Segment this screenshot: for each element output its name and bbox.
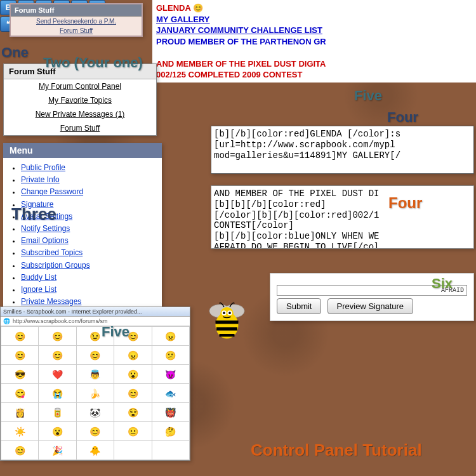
- smiley-cell[interactable]: 😋: [1, 384, 39, 403]
- smiley-cell[interactable]: 😐: [114, 422, 152, 441]
- smiley-cell[interactable]: 😊: [76, 422, 114, 441]
- my-gallery-link[interactable]: MY GALLERY: [156, 15, 210, 24]
- smiley-cell[interactable]: 🐥: [76, 441, 114, 460]
- smiley-cell[interactable]: 😈: [152, 365, 189, 384]
- smiley-cell[interactable]: 😉: [76, 327, 114, 346]
- menu-private-info[interactable]: Private Info: [21, 175, 60, 184]
- code-tail: AFRAID: [277, 285, 467, 296]
- svg-rect-4: [216, 327, 237, 331]
- menu-change-password[interactable]: Change Password: [21, 187, 83, 196]
- menu-buddy-list[interactable]: Buddy List: [21, 273, 56, 282]
- signature-code-box-2[interactable]: AND MEMBER OF THE PIXEL DUST DI [b][b][/…: [211, 185, 474, 249]
- smiley-cell[interactable]: 🍌: [76, 384, 114, 403]
- svg-point-7: [221, 310, 227, 315]
- menu-public-profile[interactable]: Public Profile: [21, 163, 65, 172]
- forum-stuff-link[interactable]: Forum Stuff: [11, 26, 142, 36]
- svg-point-0: [209, 305, 230, 318]
- submit-button[interactable]: Submit: [277, 298, 321, 314]
- svg-point-6: [220, 307, 234, 321]
- favorite-topics-link[interactable]: My Favorite Topics: [4, 93, 156, 107]
- forum-stuff-large-panel: Forum Stuff My Forum Control Panel My Fa…: [3, 63, 157, 136]
- page-title: Control Panel Tutorial: [251, 440, 422, 460]
- smiley-cell[interactable]: 🥫: [39, 403, 76, 422]
- svg-point-9: [227, 310, 232, 315]
- smiley-cell[interactable]: [114, 441, 152, 460]
- smiley-cell[interactable]: 👹: [152, 403, 189, 422]
- smiley-cell[interactable]: 😕: [152, 346, 189, 365]
- smiley-cell[interactable]: 😵: [114, 403, 152, 422]
- smilies-address-bar: 🌐 http://www.scrapbook.com/forums/sm: [1, 317, 190, 326]
- smilies-window: Smilies - Scrapbook.com - Internet Explo…: [0, 307, 190, 461]
- menu-ignore-list[interactable]: Ignore List: [21, 285, 56, 294]
- callout-four: Four: [387, 109, 418, 126]
- signature-code-box-1[interactable]: [b][/b][color:red]GLENDA [/color]:s [url…: [211, 126, 474, 174]
- smiley-cell[interactable]: 🎉: [39, 441, 76, 460]
- menu-subscription-groups[interactable]: Subscription Groups: [21, 261, 90, 270]
- menu-email-options[interactable]: Email Options: [21, 236, 69, 245]
- preview-signature-button[interactable]: Preview Signature: [327, 298, 414, 314]
- smiley-cell[interactable]: 😮: [39, 422, 76, 441]
- smiley-cell[interactable]: 😭: [39, 384, 76, 403]
- smiley-cell[interactable]: 😊: [1, 441, 39, 460]
- bee-icon: [203, 295, 251, 346]
- panel1-header: Forum Stuff: [11, 4, 142, 17]
- svg-rect-3: [216, 321, 239, 324]
- send-pm-link[interactable]: Send Peeksneekerdo a P.M.: [11, 17, 142, 26]
- svg-point-1: [223, 305, 244, 318]
- callout-one: One: [1, 44, 29, 61]
- smilies-titlebar: Smilies - Scrapbook.com - Internet Explo…: [1, 307, 190, 317]
- svg-rect-5: [220, 334, 235, 337]
- smiley-cell[interactable]: 😊: [114, 384, 152, 403]
- forum-stuff-small-panel: Forum Stuff Send Peeksneekerdo a P.M. Fo…: [10, 3, 143, 37]
- smiley-cell[interactable]: 😎: [1, 365, 39, 384]
- ie-icon: 🌐: [3, 318, 10, 324]
- forum-stuff-link2[interactable]: Forum Stuff: [4, 121, 156, 135]
- smiley-cell[interactable]: 😊: [39, 327, 76, 346]
- signature-preview-top: GLENDA 😊 MY GALLERY JANUARY COMMUNITY CH…: [152, 0, 476, 83]
- panel2-header: Forum Stuff: [4, 64, 156, 79]
- smiley-cell[interactable]: 😊: [76, 346, 114, 365]
- new-pm-link[interactable]: New Private Messages (1): [4, 107, 156, 121]
- menu-subscribed-topics[interactable]: Subscribed Topics: [21, 248, 83, 257]
- smiley-cell[interactable]: 🤔: [152, 422, 189, 441]
- smiley-cell[interactable]: ❤️: [39, 365, 76, 384]
- smiley-cell[interactable]: 😊: [114, 327, 152, 346]
- callout-five: Five: [354, 88, 382, 104]
- smiley-cell[interactable]: 🐟: [152, 384, 189, 403]
- smiley-cell[interactable]: 😮: [114, 365, 152, 384]
- smiley-cell[interactable]: 🐼: [76, 403, 114, 422]
- menu-notify-settings[interactable]: Notify Settings: [21, 224, 70, 233]
- svg-point-10: [228, 312, 231, 314]
- smiley-cell[interactable]: 😊: [1, 327, 39, 346]
- smiley-cell[interactable]: ☀️: [1, 422, 39, 441]
- january-challenge-link[interactable]: JANUARY COMMUNITY CHALLENGE LIST: [156, 25, 322, 35]
- smiley-cell[interactable]: 👸: [1, 403, 39, 422]
- menu-signature[interactable]: Signature: [21, 200, 53, 209]
- smiley-cell[interactable]: 👼: [76, 365, 114, 384]
- smilies-grid: 😊😊😉😊😠 😊😊😊😠😕 😎❤️👼😮😈 😋😭🍌😊🐟 👸🥫🐼😵👹 ☀️😮😊😐🤔 😊🎉…: [1, 326, 190, 460]
- smiley-cell[interactable]: 😠: [152, 327, 189, 346]
- svg-point-8: [223, 312, 225, 314]
- smiley-cell[interactable]: 😠: [114, 346, 152, 365]
- svg-point-2: [216, 312, 239, 339]
- smiley-cell[interactable]: 😊: [1, 346, 39, 365]
- smiley-cell[interactable]: 😊: [39, 346, 76, 365]
- menu-header: Menu: [3, 143, 162, 158]
- submit-bar: AFRAID Submit Preview Signature: [270, 273, 474, 321]
- menu-private-messages[interactable]: Private Messages: [21, 297, 81, 306]
- control-panel-link[interactable]: My Forum Control Panel: [4, 79, 156, 93]
- menu-avatar-settings[interactable]: Avatar Settings: [21, 212, 72, 221]
- smiley-cell[interactable]: [152, 441, 189, 460]
